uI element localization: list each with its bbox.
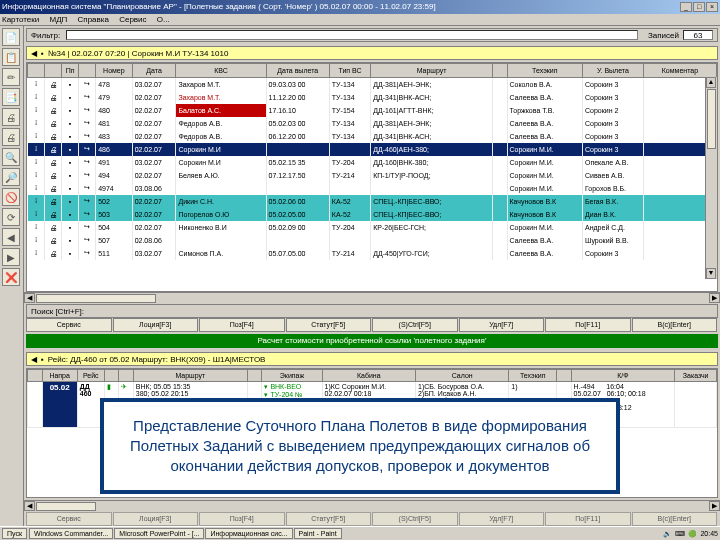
table-row[interactable]: ⁞🖨▪↪47902.02.07Захаров М.Т.11.12.20 00ТУ… bbox=[28, 91, 717, 104]
fn-button[interactable]: (S)Ctrl[F5] bbox=[372, 512, 458, 526]
col-header[interactable] bbox=[45, 64, 62, 78]
fn-button[interactable]: Сервис bbox=[26, 512, 112, 526]
min-btn[interactable]: _ bbox=[680, 2, 692, 12]
tool-btn[interactable]: 🖨 bbox=[2, 128, 20, 146]
col-header[interactable] bbox=[119, 370, 134, 382]
col-header[interactable]: Дата bbox=[132, 64, 176, 78]
taskbar-item[interactable]: Информационная сис... bbox=[205, 528, 292, 539]
col-header[interactable]: Заказчи bbox=[675, 370, 717, 382]
col-header[interactable]: Экипаж bbox=[262, 370, 322, 382]
table-row[interactable]: ⁞🖨▪↪48302.02.07Федоров А.В.06.12.20 00ТУ… bbox=[28, 130, 717, 143]
tool-btn[interactable]: 🔎 bbox=[2, 168, 20, 186]
menu-item[interactable]: Справка bbox=[78, 15, 109, 24]
tool-btn[interactable]: ▶ bbox=[2, 248, 20, 266]
fn-buttons: СервисЛоция[F3]Поз[F4]Статут[F5](S)Ctrl[… bbox=[26, 318, 718, 332]
scroll-v[interactable]: ▲▼ bbox=[705, 77, 717, 279]
tool-btn[interactable]: ✏ bbox=[2, 68, 20, 86]
tray-icon[interactable]: 🔉 bbox=[663, 530, 672, 538]
tool-btn[interactable]: ⟳ bbox=[2, 208, 20, 226]
table-row[interactable]: ⁞🖨▪↪497403.08.06Сорокин М.И.Горохов В.Б. bbox=[28, 182, 717, 195]
col-header[interactable]: Номер bbox=[96, 64, 133, 78]
table-row[interactable]: ⁞🖨▪↪50202.02.07Дикин С.Н.05.02.06 00КА-5… bbox=[28, 195, 717, 208]
table-row[interactable]: ⁞🖨▪↪48102.02.07Федоров А.В.05.02.03 00ТУ… bbox=[28, 117, 717, 130]
upper-table[interactable]: ПпНомерДатаКВСДата вылетаТип ВСМаршрутТе… bbox=[27, 63, 717, 260]
fn-button[interactable]: Статут[F5] bbox=[286, 512, 372, 526]
close-btn[interactable]: × bbox=[706, 2, 718, 12]
scroll-h[interactable]: ◀▶ bbox=[24, 292, 720, 304]
table-row[interactable]: ⁞🖨▪↪50402.02.07Никоненко В.И05.02.09 00Т… bbox=[28, 221, 717, 234]
fn-button[interactable]: Удл[F7] bbox=[459, 318, 545, 332]
col-header[interactable]: Техэкип bbox=[509, 370, 557, 382]
tray-icon[interactable]: ⌨ bbox=[675, 530, 685, 538]
col-header[interactable]: Рейс bbox=[77, 370, 104, 382]
green-header: Расчет стоимости приобретенной ссылки 'п… bbox=[26, 334, 718, 348]
fn-button[interactable]: Сервис bbox=[26, 318, 112, 332]
fn-button[interactable]: В(с)[Enter] bbox=[632, 318, 718, 332]
fn-button[interactable]: Лоция[F3] bbox=[113, 318, 199, 332]
fn-button[interactable]: Поз[F4] bbox=[199, 318, 285, 332]
filter-input[interactable] bbox=[66, 30, 638, 40]
tray-icon[interactable]: 🟢 bbox=[688, 530, 697, 538]
search-row: Поиск [Ctrl+F]: bbox=[26, 304, 718, 318]
tool-btn[interactable]: ◀ bbox=[2, 228, 20, 246]
menubar: Картотеки МДП Справка Сервис О... bbox=[0, 14, 720, 26]
col-header[interactable]: К/Ф bbox=[571, 370, 675, 382]
col-header[interactable] bbox=[104, 370, 119, 382]
fn-button[interactable]: Удл[F7] bbox=[459, 512, 545, 526]
col-header[interactable]: Салон bbox=[415, 370, 508, 382]
fn-button[interactable]: (S)Ctrl[F5] bbox=[372, 318, 458, 332]
start-button[interactable]: Пуск bbox=[2, 528, 27, 539]
col-header[interactable]: Маршрут bbox=[371, 64, 493, 78]
col-header[interactable] bbox=[492, 64, 507, 78]
table-row[interactable]: ⁞🖨▪↪47803.02.07Захаров М.Т.09.03.03 00ТУ… bbox=[28, 78, 717, 91]
col-header[interactable]: Техэкип bbox=[507, 64, 582, 78]
col-header[interactable]: Кабина bbox=[322, 370, 415, 382]
table-row[interactable]: ⁞🖨▪↪51103.02.07Симонов П.А.05.07.05.00ТУ… bbox=[28, 247, 717, 260]
table-row[interactable]: ⁞🖨▪↪50302.02.07Погорелов О.Ю05.02.05.00К… bbox=[28, 208, 717, 221]
menu-item[interactable]: Сервис bbox=[119, 15, 146, 24]
col-header[interactable] bbox=[28, 370, 43, 382]
clock: 20:45 bbox=[700, 530, 718, 537]
menu-item[interactable]: О... bbox=[157, 15, 170, 24]
taskbar-item[interactable]: Microsoft PowerPoint - [... bbox=[114, 528, 204, 539]
table-row[interactable]: ⁞🖨▪↪50702.08.06Салеева В.А.Шурокий В.В. bbox=[28, 234, 717, 247]
menu-item[interactable]: МДП bbox=[49, 15, 67, 24]
tool-btn[interactable]: ❌ bbox=[2, 268, 20, 286]
col-header[interactable]: У. Вылета bbox=[582, 64, 643, 78]
table-row[interactable]: ⁞🖨▪↪49402.02.07Беляев А.Ю.07.12.17.50ТУ-… bbox=[28, 169, 717, 182]
scroll-h2[interactable]: ◀▶ bbox=[24, 500, 720, 512]
col-header[interactable]: Тип ВС bbox=[329, 64, 370, 78]
col-header[interactable] bbox=[247, 370, 262, 382]
fn-button[interactable]: В(с)[Enter] bbox=[632, 512, 718, 526]
tool-btn[interactable]: 📑 bbox=[2, 88, 20, 106]
tool-btn[interactable]: 🔍 bbox=[2, 148, 20, 166]
fn-button[interactable]: Лоция[F3] bbox=[113, 512, 199, 526]
col-header[interactable]: Пп bbox=[62, 64, 79, 78]
fn-button[interactable]: По[F11] bbox=[545, 512, 631, 526]
tool-btn[interactable]: 🖨 bbox=[2, 108, 20, 126]
overlay-caption: Представление Суточного Плана Полетов в … bbox=[100, 398, 620, 494]
col-header[interactable]: Маршрут bbox=[133, 370, 247, 382]
table-row[interactable]: ⁞🖨▪↪48002.02.07Балатов А.С.17.16.10ТУ-15… bbox=[28, 104, 717, 117]
col-header[interactable]: Дата вылета bbox=[266, 64, 329, 78]
table-row[interactable]: ⁞🖨▪↪48602.02.07Сорокин М.ИДД-460|АЕН-380… bbox=[28, 143, 717, 156]
max-btn[interactable]: □ bbox=[693, 2, 705, 12]
table-row[interactable]: ⁞🖨▪↪49103.02.07Сорокин М.И05.02.15 35ТУ-… bbox=[28, 156, 717, 169]
fn-button[interactable]: По[F11] bbox=[545, 318, 631, 332]
tool-btn[interactable]: 🚫 bbox=[2, 188, 20, 206]
col-header[interactable] bbox=[79, 64, 96, 78]
taskbar-item[interactable]: Paint - Paint bbox=[294, 528, 342, 539]
fn-buttons2: СервисЛоция[F3]Поз[F4]Статут[F5](S)Ctrl[… bbox=[26, 512, 718, 526]
col-header[interactable] bbox=[557, 370, 572, 382]
col-header[interactable] bbox=[28, 64, 45, 78]
tool-btn[interactable]: 📋 bbox=[2, 48, 20, 66]
row-subtitle: ◀▪ №34 | 02.02.07 07:20 | Сорокин М.И ТУ… bbox=[26, 46, 718, 60]
col-header[interactable]: КВС bbox=[176, 64, 266, 78]
fn-button[interactable]: Статут[F5] bbox=[286, 318, 372, 332]
menu-item[interactable]: Картотеки bbox=[2, 15, 39, 24]
col-header[interactable]: Комментар bbox=[643, 64, 716, 78]
taskbar-item[interactable]: Windows Commander... bbox=[29, 528, 113, 539]
fn-button[interactable]: Поз[F4] bbox=[199, 512, 285, 526]
col-header[interactable]: Напра bbox=[42, 370, 77, 382]
tool-btn[interactable]: 📄 bbox=[2, 28, 20, 46]
